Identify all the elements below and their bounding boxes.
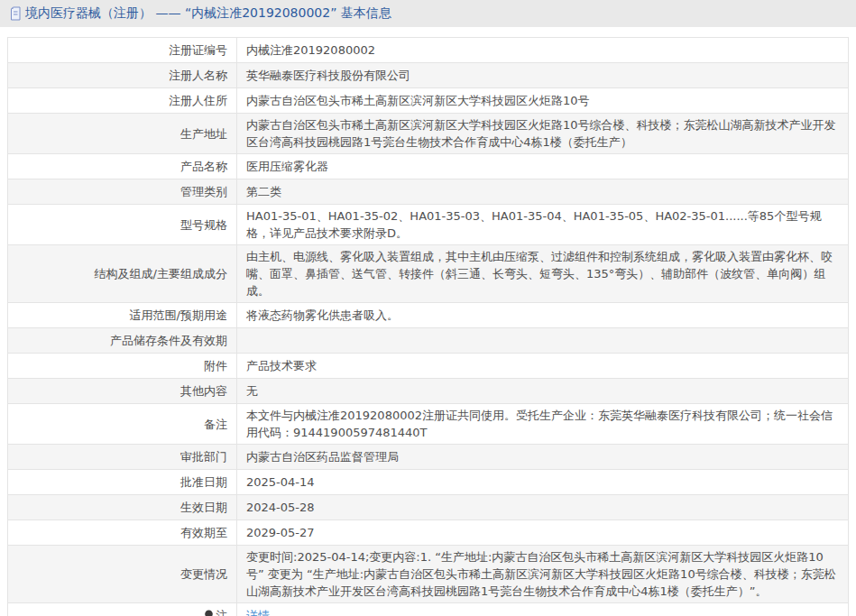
row-label: 有效期至 — [8, 520, 237, 546]
registration-info-table: 注册证编号内械注准20192080002注册人名称英华融泰医疗科技股份有限公司注… — [7, 37, 849, 616]
row-label: 生产地址 — [8, 114, 237, 154]
row-value: 产品技术要求 — [237, 354, 849, 379]
row-label-text: 结构及组成/主要组成成分 — [95, 267, 227, 280]
row-label: 审批部门 — [8, 445, 237, 470]
row-label: 附件 — [8, 354, 237, 379]
row-label-text: 注册证编号 — [169, 43, 227, 57]
row-label-text: 有效期至 — [180, 526, 227, 539]
row-value: 由主机、电源线、雾化吸入装置组成，其中主机由压缩泵、过滤组件和控制系统组成，雾化… — [237, 245, 849, 303]
row-label: 变更情况 — [8, 546, 237, 603]
document-icon — [9, 6, 22, 21]
row-label-text: 生产地址 — [180, 127, 227, 141]
row-value: 2029-05-27 — [237, 520, 849, 546]
row-value: 无 — [237, 379, 849, 404]
row-label-text: 产品储存条件及有效期 — [110, 334, 227, 347]
row-value: 内械注准20192080002 — [237, 38, 849, 63]
row-label: 其他内容 — [8, 379, 237, 404]
table-row: 产品储存条件及有效期 — [8, 328, 849, 354]
table-row: 注册人住所内蒙古自治区包头市稀土高新区滨河新区大学科技园区火炬路10号 — [8, 88, 849, 114]
row-label-text: 变更情况 — [180, 567, 227, 581]
table-row: 其他内容无 — [8, 379, 849, 404]
row-value: 2025-04-14 — [237, 470, 849, 495]
table-row: 生效日期2024-05-28 — [8, 495, 849, 520]
row-label: 生效日期 — [8, 495, 237, 520]
row-label: 备注 — [8, 404, 237, 445]
row-label: 注 — [8, 603, 237, 616]
details-link[interactable]: 详情 — [246, 609, 270, 616]
row-label-text: 注册人住所 — [169, 94, 227, 107]
table-row: 注册证编号内械注准20192080002 — [8, 38, 849, 63]
table-row: 结构及组成/主要组成成分由主机、电源线、雾化吸入装置组成，其中主机由压缩泵、过滤… — [8, 245, 849, 303]
row-label-text: 注册人名称 — [169, 69, 227, 82]
row-value: 英华融泰医疗科技股份有限公司 — [237, 63, 849, 88]
row-label-text: 审批部门 — [180, 450, 227, 464]
table-row: 审批部门内蒙古自治区药品监督管理局 — [8, 445, 849, 470]
row-value: 本文件与内械注准20192080002注册证共同使用。受托生产企业：东莞英华融泰… — [237, 404, 849, 445]
table-row: 变更情况变更时间:2025-04-14;变更内容:1. “生产地址:内蒙古自治区… — [8, 546, 849, 603]
table-row: 型号规格HA01-35-01、HA01-35-02、HA01-35-03、HA0… — [8, 205, 849, 245]
row-label-text: 注 — [216, 609, 227, 616]
row-value: 详情 — [237, 603, 849, 616]
table-row: 注册人名称英华融泰医疗科技股份有限公司 — [8, 63, 849, 88]
table-row: 有效期至2029-05-27 — [8, 520, 849, 546]
row-label-text: 生效日期 — [180, 501, 227, 514]
row-label-text: 其他内容 — [180, 384, 227, 398]
table-row: 附件产品技术要求 — [8, 354, 849, 379]
row-label: 产品名称 — [8, 154, 237, 179]
table-row: 注详情 — [8, 603, 849, 616]
row-label: 注册人住所 — [8, 88, 237, 114]
row-value: 第二类 — [237, 179, 849, 205]
row-label-text: 适用范围/预期用途 — [130, 308, 227, 322]
row-value: 内蒙古自治区包头市稀土高新区滨河新区大学科技园区火炬路10号综合楼、科技楼；东莞… — [237, 114, 849, 154]
table-row: 适用范围/预期用途将液态药物雾化供患者吸入。 — [8, 303, 849, 328]
row-label-text: 管理类别 — [180, 185, 227, 198]
row-label-text: 产品名称 — [180, 160, 227, 173]
row-label: 结构及组成/主要组成成分 — [8, 245, 237, 303]
info-table-body: 注册证编号内械注准20192080002注册人名称英华融泰医疗科技股份有限公司注… — [8, 38, 849, 616]
row-label: 产品储存条件及有效期 — [8, 328, 237, 354]
page-title: 境内医疗器械（注册） —— “内械注准20192080002” 基本信息 — [25, 5, 391, 22]
row-value: 内蒙古自治区药品监督管理局 — [237, 445, 849, 470]
row-label-text: 备注 — [204, 418, 227, 431]
table-row: 管理类别第二类 — [8, 179, 849, 205]
row-label-text: 批准日期 — [180, 475, 227, 489]
row-label: 管理类别 — [8, 179, 237, 205]
row-label-text: 附件 — [204, 359, 227, 372]
note-pin-icon — [204, 609, 214, 616]
row-label: 适用范围/预期用途 — [8, 303, 237, 328]
row-value: 内蒙古自治区包头市稀土高新区滨河新区大学科技园区火炬路10号 — [237, 88, 849, 114]
row-value: 2024-05-28 — [237, 495, 849, 520]
row-label: 注册证编号 — [8, 38, 237, 63]
row-label-text: 型号规格 — [180, 218, 227, 232]
row-label: 批准日期 — [8, 470, 237, 495]
row-label: 型号规格 — [8, 205, 237, 245]
content-card: 注册证编号内械注准20192080002注册人名称英华融泰医疗科技股份有限公司注… — [0, 27, 856, 616]
table-row: 备注本文件与内械注准20192080002注册证共同使用。受托生产企业：东莞英华… — [8, 404, 849, 445]
row-value: HA01-35-01、HA01-35-02、HA01-35-03、HA01-35… — [237, 205, 849, 245]
row-label: 注册人名称 — [8, 63, 237, 88]
table-row: 产品名称医用压缩雾化器 — [8, 154, 849, 179]
row-value: 将液态药物雾化供患者吸入。 — [237, 303, 849, 328]
table-row: 生产地址内蒙古自治区包头市稀土高新区滨河新区大学科技园区火炬路10号综合楼、科技… — [8, 114, 849, 154]
table-row: 批准日期2025-04-14 — [8, 470, 849, 495]
row-value: 医用压缩雾化器 — [237, 154, 849, 179]
page-header: 境内医疗器械（注册） —— “内械注准20192080002” 基本信息 — [0, 0, 856, 27]
row-value: 变更时间:2025-04-14;变更内容:1. “生产地址:内蒙古自治区包头市稀… — [237, 546, 849, 603]
row-value — [237, 328, 849, 354]
